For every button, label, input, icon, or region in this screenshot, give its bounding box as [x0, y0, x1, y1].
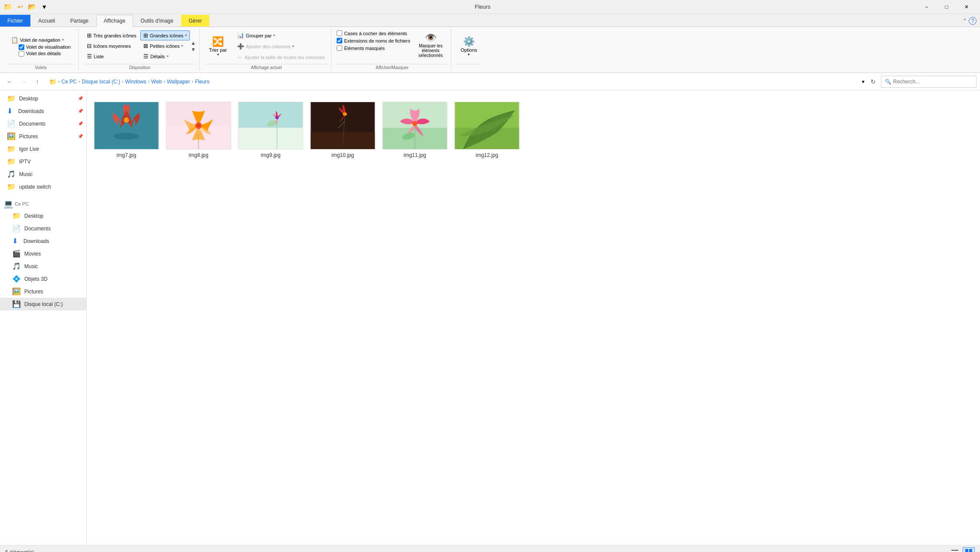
disp-scroll-down[interactable]: ▼ [191, 47, 196, 53]
volet-nav-icon: 📋 [11, 37, 18, 43]
quick-access-icon[interactable]: 📁 [3, 3, 12, 11]
trier-arrow: ▾ [217, 53, 219, 57]
file-item-img7[interactable]: img7.jpg [94, 97, 159, 163]
file-name-img11: img11.jpg [404, 152, 426, 158]
ribbon-group-disposition: ⊞ Très grandes icônes ⊟ Icônes moyennes … [80, 29, 200, 71]
file-item-img12[interactable]: img12.jpg [454, 97, 520, 163]
sidebar-item-igor-live[interactable]: 📁 Igor Live [0, 143, 86, 155]
maximize-button[interactable]: □ [937, 0, 957, 14]
sidebar-section-cepc[interactable]: 💻 Ce PC [0, 196, 86, 209]
ajuster-taille-button[interactable]: ↔ Ajuster la taille de toutes les colonn… [234, 52, 328, 62]
petites-icones-button[interactable]: ⊠ Petites icônes ▾ [140, 41, 190, 51]
breadcrumb-windows[interactable]: Windows [125, 79, 146, 85]
petites-icon: ⊠ [143, 43, 148, 49]
svg-point-6 [197, 124, 200, 127]
sidebar-item-documents-quick[interactable]: 📄 Documents 📌 [0, 117, 86, 130]
sidebar-item-disque-local[interactable]: 💾 Disque local (C:) [0, 298, 86, 310]
breadcrumb-web[interactable]: Web [151, 79, 162, 85]
breadcrumb[interactable]: 📁 › Ce PC › Disque local (C:) › Windows … [45, 76, 858, 88]
breadcrumb-fleurs[interactable]: Fleurs [195, 79, 209, 85]
file-name-img7: img7.jpg [116, 152, 136, 158]
update-switch-icon: 📁 [7, 183, 16, 191]
sidebar-item-music[interactable]: 🎵 Music [0, 168, 86, 180]
search-input[interactable] [893, 79, 973, 85]
desktop-pc-icon: 📁 [12, 212, 21, 220]
up-button[interactable]: ↑ [31, 76, 43, 88]
icones-moyennes-button[interactable]: ⊟ Icônes moyennes [84, 41, 139, 51]
undo-icon[interactable]: ↩ [16, 3, 24, 11]
tab-affichage[interactable]: Affichage [96, 15, 133, 27]
svg-rect-9 [238, 128, 302, 149]
sidebar-item-downloads-quick[interactable]: ⬇ Downloads 📌 [0, 105, 86, 117]
movies-icon: 🎬 [12, 249, 21, 258]
disp-scroll-up[interactable]: ▲ [191, 40, 196, 46]
liste-button[interactable]: ☰ Liste [84, 51, 139, 61]
sidebar-item-pictures-pc[interactable]: 🖼️ Pictures [0, 285, 86, 298]
extensions-check[interactable] [337, 38, 342, 43]
sidebar-item-music-pc[interactable]: 🎵 Music [0, 260, 86, 273]
music-icon: 🎵 [7, 170, 16, 178]
dropdown-arrow-volet: ▾ [62, 38, 64, 42]
sidebar-item-movies[interactable]: 🎬 Movies [0, 247, 86, 260]
close-button[interactable]: ✕ [957, 0, 977, 14]
file-name-img8: img8.jpg [189, 152, 208, 158]
dropdown-icon[interactable]: ▾ [40, 3, 49, 11]
breadcrumb-cepc[interactable]: Ce PC [61, 79, 76, 85]
help-icon[interactable]: ? [969, 17, 977, 25]
refresh-button[interactable]: ↻ [867, 76, 879, 88]
file-thumbnail-img7 [94, 102, 159, 150]
pin-icon: 📌 [78, 121, 83, 126]
sidebar-item-documents-pc[interactable]: 📄 Documents [0, 222, 86, 235]
cases-cocher-check[interactable] [337, 30, 342, 36]
tab-fichier[interactable]: Fichier [0, 15, 30, 27]
sidebar-item-desktop-quick[interactable]: 📁 Desktop 📌 [0, 92, 86, 105]
back-button[interactable]: ← [3, 76, 16, 88]
tab-accueil[interactable]: Accueil [31, 15, 63, 27]
svg-rect-14 [311, 132, 374, 149]
file-item-img8[interactable]: img8.jpg [166, 97, 231, 163]
sidebar-item-update-switch[interactable]: 📁 update switch [0, 180, 86, 193]
grandes-icones-button[interactable]: ⊞ Grandes icônes ▾ [140, 30, 190, 40]
options-button[interactable]: ⚙️ Options ▾ [457, 34, 481, 59]
grouper-arrow: ▾ [273, 33, 275, 37]
elements-masques-check[interactable] [337, 45, 342, 51]
sidebar: 📁 Desktop 📌 ⬇ Downloads 📌 📄 Documents 📌 … [0, 90, 87, 545]
file-item-img9[interactable]: img9.jpg [238, 97, 303, 163]
file-item-img10[interactable]: img10.jpg [310, 97, 375, 163]
masquer-elements-button[interactable]: 👁️ Masquer les éléments sélectionnés [414, 30, 447, 60]
list-view-button[interactable] [949, 547, 961, 552]
afficher-masquer-label: Afficher/Masquer [337, 64, 447, 70]
sidebar-item-downloads-pc[interactable]: ⬇ Downloads [0, 235, 86, 247]
breadcrumb-disque[interactable]: Disque local (C:) [82, 79, 120, 85]
breadcrumb-wallpaper[interactable]: Wallpaper [167, 79, 190, 85]
grandes-icones-icon: ⊞ [143, 32, 148, 39]
ribbon-group-afficher-masquer: Cases à cocher des éléments Extensions d… [333, 29, 451, 71]
tres-grandes-icones-button[interactable]: ⊞ Très grandes icônes [84, 30, 139, 40]
volet-details-check[interactable] [19, 51, 24, 57]
masquer-icon: 👁️ [425, 32, 437, 43]
tab-partage[interactable]: Partage [63, 15, 96, 27]
folder-icon[interactable]: 📂 [28, 3, 36, 11]
grouper-par-button[interactable]: 📊 Grouper par ▾ [234, 30, 328, 40]
sidebar-item-pictures-quick[interactable]: 🖼️ Pictures 📌 [0, 130, 86, 143]
minimize-button[interactable]: − [917, 0, 937, 14]
ajuster-icon: ↔ [237, 54, 243, 60]
file-item-img11[interactable]: img11.jpg [382, 97, 447, 163]
ajouter-colonnes-button[interactable]: ➕ Ajouter des colonnes ▾ [234, 41, 328, 51]
iptv-icon: 📁 [7, 157, 16, 166]
volet-visualisation-check[interactable] [19, 44, 24, 50]
grid-view-button[interactable] [963, 547, 975, 552]
tab-outils[interactable]: Outils d'image [133, 15, 181, 27]
sidebar-item-desktop-pc[interactable]: 📁 Desktop [0, 209, 86, 222]
tab-gerer[interactable]: Gérer [181, 15, 209, 27]
breadcrumb-dropdown[interactable]: ▾ [860, 77, 866, 86]
sidebar-item-objets3d[interactable]: 💠 Objets 3D [0, 273, 86, 285]
disque-local-icon: 💾 [12, 300, 21, 308]
forward-button[interactable]: → [17, 76, 30, 88]
sidebar-item-iptv[interactable]: 📁 IPTV [0, 155, 86, 168]
details-button[interactable]: ☰ Détails ▾ [140, 51, 190, 61]
ribbon-collapse-icon[interactable]: ⌃ [963, 18, 967, 24]
volet-navigation-button[interactable]: 📋 Volet de navigation ▾ Volet de visuali… [7, 34, 75, 59]
svg-point-20 [412, 121, 417, 126]
trier-button[interactable]: 🔀 Trier par ▾ [205, 34, 231, 59]
